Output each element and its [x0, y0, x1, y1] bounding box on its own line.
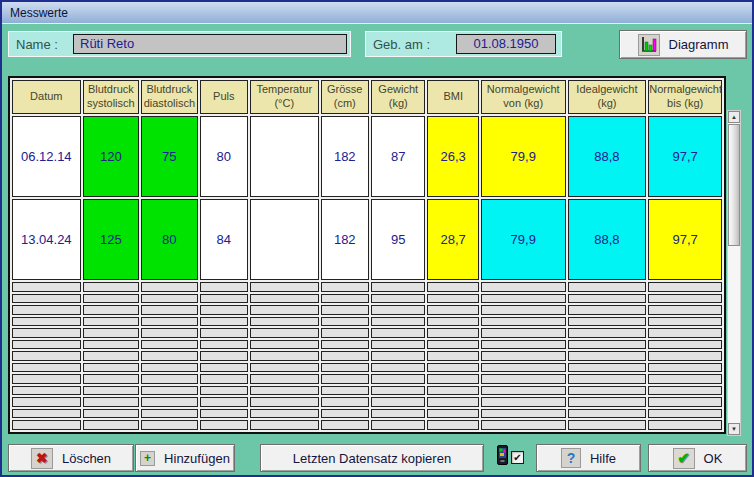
empty-cell[interactable] [83, 397, 139, 407]
empty-cell[interactable] [250, 294, 319, 304]
cell-gewicht[interactable]: 87 [371, 116, 425, 197]
empty-cell[interactable] [648, 340, 722, 350]
empty-cell[interactable] [200, 328, 248, 338]
empty-cell[interactable] [481, 305, 566, 315]
empty-cell[interactable] [481, 351, 566, 361]
empty-cell[interactable] [481, 328, 566, 338]
empty-cell[interactable] [12, 294, 81, 304]
diagram-button[interactable]: Diagramm [619, 30, 747, 59]
cell-bp_sys[interactable]: 120 [83, 116, 139, 197]
empty-cell[interactable] [141, 363, 197, 373]
empty-cell[interactable] [648, 282, 722, 292]
empty-cell[interactable] [141, 386, 197, 396]
vertical-scrollbar[interactable]: ▲ ▼ [727, 110, 741, 436]
cell-norm_von[interactable]: 79,9 [481, 116, 566, 197]
copy-last-record-button[interactable]: Letzten Datensatz kopieren [260, 444, 484, 472]
empty-cell[interactable] [200, 317, 248, 327]
cell-puls[interactable]: 80 [200, 116, 248, 197]
cell-gewicht[interactable]: 95 [371, 199, 425, 280]
empty-cell[interactable] [200, 409, 248, 419]
empty-cell[interactable] [141, 328, 197, 338]
empty-cell[interactable] [371, 317, 425, 327]
empty-cell[interactable] [321, 374, 369, 384]
empty-cell[interactable] [371, 409, 425, 419]
empty-cell[interactable] [321, 397, 369, 407]
empty-cell[interactable] [371, 328, 425, 338]
title-bar[interactable]: Messwerte [2, 2, 752, 24]
cell-bp_sys[interactable]: 125 [83, 199, 139, 280]
scroll-up-button[interactable]: ▲ [728, 111, 740, 123]
empty-cell[interactable] [250, 386, 319, 396]
empty-cell[interactable] [12, 305, 81, 315]
ok-button[interactable]: ✔ OK [648, 444, 747, 472]
empty-cell[interactable] [427, 317, 478, 327]
empty-cell[interactable] [12, 386, 81, 396]
empty-cell[interactable] [12, 282, 81, 292]
cell-temp[interactable] [250, 116, 319, 197]
empty-cell[interactable] [568, 351, 647, 361]
empty-cell[interactable] [568, 409, 647, 419]
empty-cell[interactable] [568, 282, 647, 292]
empty-cell[interactable] [141, 409, 197, 419]
empty-cell[interactable] [568, 397, 647, 407]
empty-cell[interactable] [200, 363, 248, 373]
sync-checkbox[interactable]: ✔ [511, 451, 524, 464]
empty-cell[interactable] [371, 340, 425, 350]
empty-cell[interactable] [250, 409, 319, 419]
empty-cell[interactable] [648, 363, 722, 373]
empty-cell[interactable] [648, 294, 722, 304]
empty-cell[interactable] [481, 374, 566, 384]
empty-cell[interactable] [250, 420, 319, 430]
empty-cell[interactable] [427, 328, 478, 338]
empty-cell[interactable] [12, 374, 81, 384]
empty-cell[interactable] [371, 305, 425, 315]
empty-cell[interactable] [321, 282, 369, 292]
empty-cell[interactable] [648, 420, 722, 430]
empty-cell[interactable] [83, 328, 139, 338]
empty-cell[interactable] [200, 386, 248, 396]
empty-cell[interactable] [648, 351, 722, 361]
empty-cell[interactable] [200, 374, 248, 384]
empty-cell[interactable] [648, 317, 722, 327]
cell-datum[interactable]: 13.04.24 [12, 199, 81, 280]
delete-button[interactable]: ✖ Löschen [8, 444, 134, 472]
cell-ideal[interactable]: 88,8 [568, 116, 647, 197]
empty-cell[interactable] [427, 386, 478, 396]
empty-cell[interactable] [427, 282, 478, 292]
empty-cell[interactable] [481, 340, 566, 350]
empty-cell[interactable] [427, 340, 478, 350]
cell-bmi[interactable]: 28,7 [427, 199, 478, 280]
empty-cell[interactable] [12, 340, 81, 350]
empty-cell[interactable] [83, 374, 139, 384]
add-button[interactable]: + Hinzufügen [135, 444, 235, 472]
empty-cell[interactable] [250, 305, 319, 315]
empty-cell[interactable] [568, 374, 647, 384]
empty-cell[interactable] [200, 340, 248, 350]
empty-cell[interactable] [250, 351, 319, 361]
empty-cell[interactable] [83, 420, 139, 430]
empty-cell[interactable] [648, 397, 722, 407]
empty-cell[interactable] [83, 340, 139, 350]
empty-cell[interactable] [250, 328, 319, 338]
empty-cell[interactable] [481, 409, 566, 419]
empty-cell[interactable] [371, 397, 425, 407]
empty-cell[interactable] [83, 363, 139, 373]
empty-cell[interactable] [568, 317, 647, 327]
cell-groesse[interactable]: 182 [321, 199, 369, 280]
empty-cell[interactable] [568, 305, 647, 315]
cell-norm_bis[interactable]: 97,7 [648, 116, 722, 197]
scroll-down-button[interactable]: ▼ [728, 423, 740, 435]
empty-cell[interactable] [321, 420, 369, 430]
cell-bp_dia[interactable]: 80 [141, 199, 197, 280]
empty-cell[interactable] [141, 340, 197, 350]
empty-cell[interactable] [321, 294, 369, 304]
empty-cell[interactable] [200, 282, 248, 292]
empty-cell[interactable] [321, 328, 369, 338]
empty-cell[interactable] [427, 363, 478, 373]
empty-cell[interactable] [321, 340, 369, 350]
empty-cell[interactable] [427, 351, 478, 361]
empty-cell[interactable] [141, 397, 197, 407]
empty-cell[interactable] [141, 305, 197, 315]
empty-cell[interactable] [481, 282, 566, 292]
cell-ideal[interactable]: 88,8 [568, 199, 647, 280]
